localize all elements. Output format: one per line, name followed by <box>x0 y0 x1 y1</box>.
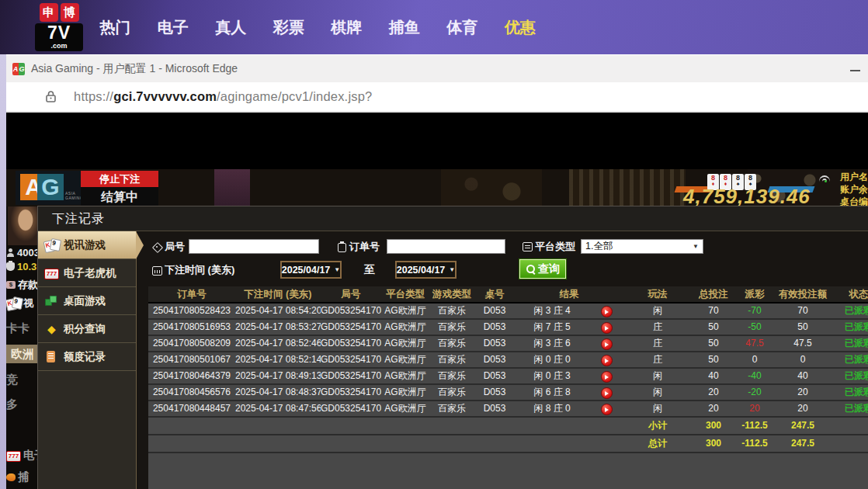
money-bag-icon <box>6 262 15 271</box>
result-cell: 闲 0 庄 3 <box>515 369 589 383</box>
nav-item[interactable]: 电子 <box>144 17 203 38</box>
platform-icon <box>523 241 533 252</box>
play-icon <box>605 326 609 331</box>
lobby-tab[interactable]: 多 <box>6 397 37 412</box>
cards-icon <box>44 239 59 251</box>
play-video-button[interactable] <box>601 338 613 350</box>
valid-bet-cell: 47.5 <box>774 336 832 351</box>
modal-title: 下注记录 <box>38 206 868 231</box>
game-cell: 百家乐 <box>429 336 474 351</box>
round-cell: GD053254170T9 <box>321 401 381 416</box>
valid-bet-cell: 50 <box>774 320 832 335</box>
play-video-button[interactable] <box>601 306 613 317</box>
time-cell: 2025-04-17 08:48:37 <box>235 385 321 400</box>
banner-texture <box>441 169 542 206</box>
nav-item[interactable]: 捕鱼 <box>376 17 434 38</box>
payout-cell: -70 <box>735 303 774 318</box>
platform-select[interactable]: 1.全部▼ <box>581 239 703 254</box>
lobby-tab-active[interactable]: 欧洲 <box>6 345 37 363</box>
play-type-cell: 闲 <box>623 369 692 383</box>
valid-bet-cell: 40 <box>774 369 832 383</box>
round-cell: GD053254170TF <box>321 352 381 367</box>
nav-item[interactable]: 真人 <box>202 17 260 38</box>
payout-cell: 0 <box>735 352 774 367</box>
sidebar-item[interactable]: 桌面游戏 <box>38 287 136 315</box>
bet-cell: 40 <box>692 369 735 383</box>
cards-icon <box>6 297 21 310</box>
nav-item[interactable]: 优惠 <box>491 17 550 38</box>
subtotal-label: 小计 <box>623 418 692 434</box>
bet-cell: 50 <box>692 320 735 335</box>
date-from-picker[interactable]: 2025/04/17▼ <box>280 261 342 279</box>
minimize-button[interactable] <box>850 70 860 71</box>
sidebar-item[interactable]: 电子老虎机 <box>38 259 136 287</box>
lock-icon <box>45 90 57 103</box>
play-video-button[interactable] <box>601 355 613 366</box>
order-cell: 250417080528423 <box>148 303 235 318</box>
lobby-tab[interactable]: 卡卡 <box>6 321 37 336</box>
total-valid: 247.5 <box>774 435 832 452</box>
round-cell: GD053254170TB <box>321 369 381 383</box>
sidebar-item[interactable]: 额度记录 <box>38 343 136 371</box>
order-input[interactable] <box>387 239 505 254</box>
status-cell: 已派彩 <box>832 385 868 400</box>
game-cell: 百家乐 <box>429 385 474 400</box>
wifi-dot <box>825 180 827 182</box>
round-cell: GD053254170TG <box>321 336 381 351</box>
lobby-tab[interactable]: 竞 <box>6 373 37 387</box>
col-header: 下注时间 (美东) <box>235 286 321 302</box>
col-header: 游戏类型 <box>429 286 474 302</box>
result-cell: 闲 6 庄 8 <box>515 385 589 400</box>
play-video-button[interactable] <box>601 387 613 399</box>
table-no-cell: D053 <box>474 320 515 335</box>
site-logo[interactable]: 申 博 7V .com <box>35 3 83 53</box>
document-icon <box>44 351 59 363</box>
search-button[interactable]: 查询 <box>519 259 566 279</box>
table-no-cell: D053 <box>474 336 515 351</box>
round-cell: GD053254170TH <box>321 320 381 335</box>
logo-main: 7V .com <box>35 23 83 51</box>
table-no-cell: D053 <box>474 303 515 318</box>
nav-item[interactable]: 体育 <box>433 17 491 38</box>
play-icon <box>605 342 609 347</box>
play-icon <box>605 408 609 412</box>
col-header: 订单号 <box>148 286 235 302</box>
account-info-label: 账户余 <box>840 183 868 196</box>
sidebar-item[interactable]: 积分查询 <box>38 315 136 343</box>
nav-item[interactable]: 彩票 <box>260 17 318 38</box>
play-video-button[interactable] <box>601 371 613 383</box>
status-cell: 已派彩 <box>832 401 868 416</box>
screen: 申 博 7V .com 热门电子真人彩票棋牌捕鱼体育优惠 A G Asia Ga… <box>0 0 868 489</box>
play-video-button[interactable] <box>601 322 613 334</box>
play-video-button[interactable] <box>601 404 613 415</box>
platform-cell: AG欧洲厅 <box>381 352 429 367</box>
col-header: 平台类型 <box>381 286 429 302</box>
nav-item[interactable]: 棋牌 <box>318 17 376 38</box>
table-row: 250417080456576 2025-04-17 08:48:37 GD05… <box>148 385 868 401</box>
bet-cell: 50 <box>692 352 735 367</box>
sidebar-item[interactable]: 视讯游戏 <box>38 231 136 259</box>
table-no-cell: D053 <box>474 352 515 367</box>
url-text[interactable]: https://gci.7vvvvvv.com/agingame/pcv1/in… <box>74 89 372 104</box>
result-cell: 闲 3 庄 4 <box>515 303 589 318</box>
balance-amount: 10.3 <box>17 261 36 272</box>
nav-item[interactable]: 热门 <box>86 17 144 38</box>
banner-texture <box>569 169 686 206</box>
round-input[interactable] <box>189 239 319 254</box>
round-label: 局号 <box>152 240 185 254</box>
slots-label: 电子 <box>23 449 37 463</box>
status-cell: 已派彩 <box>832 336 868 351</box>
ag-logo: A G ASIA GAMING <box>16 171 85 205</box>
banner-amount: 4,759,139.46 <box>683 185 811 206</box>
browser-urlbar[interactable]: https://gci.7vvvvvv.com/agingame/pcv1/in… <box>6 82 868 113</box>
subtotal-valid: 247.5 <box>774 418 832 434</box>
chevron-down-icon: ▼ <box>693 243 699 250</box>
date-to-picker[interactable]: 2025/04/17▼ <box>395 261 457 279</box>
payout-cell: 20 <box>735 401 774 416</box>
platform-cell: AG欧洲厅 <box>381 385 429 400</box>
order-cell: 250417080501067 <box>148 352 235 367</box>
valid-bet-cell: 20 <box>774 385 832 400</box>
col-header: 状态 <box>832 286 868 302</box>
play-icon <box>605 359 609 363</box>
window-title: Asia Gaming - 用户配置 1 - Microsoft Edge <box>31 62 238 76</box>
